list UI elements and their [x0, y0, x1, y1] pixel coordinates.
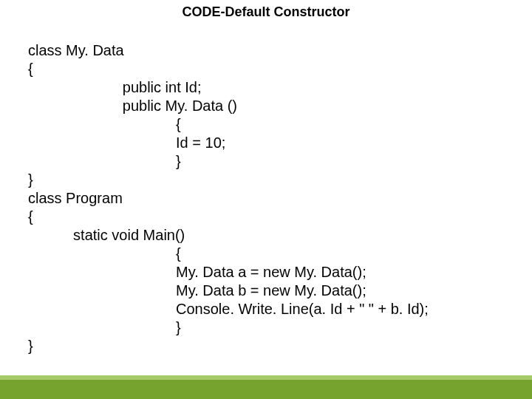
code-line: } [28, 153, 181, 169]
code-line: Id = 10; [28, 134, 225, 151]
code-line: Console. Write. Line(a. Id + " " + b. Id… [28, 301, 429, 317]
code-line: static void Main() [28, 227, 185, 243]
code-line: { [28, 245, 181, 262]
code-line: My. Data a = new My. Data(); [28, 264, 366, 280]
code-line: { [28, 208, 33, 225]
code-line: { [28, 116, 181, 132]
code-line: public int Id; [28, 79, 202, 95]
code-block: class My. Data { public int Id; public M… [0, 23, 532, 355]
code-line: class Program [28, 190, 123, 206]
code-line: public My. Data () [28, 98, 237, 114]
code-line: } [28, 171, 33, 188]
footer-bar [0, 380, 532, 399]
code-line: My. Data b = new My. Data(); [28, 282, 366, 299]
slide-title: CODE-Default Constructor [0, 0, 532, 23]
code-line: class My. Data [28, 42, 124, 58]
code-line: { [28, 61, 33, 77]
code-line: } [28, 338, 33, 354]
code-line: } [28, 319, 181, 335]
